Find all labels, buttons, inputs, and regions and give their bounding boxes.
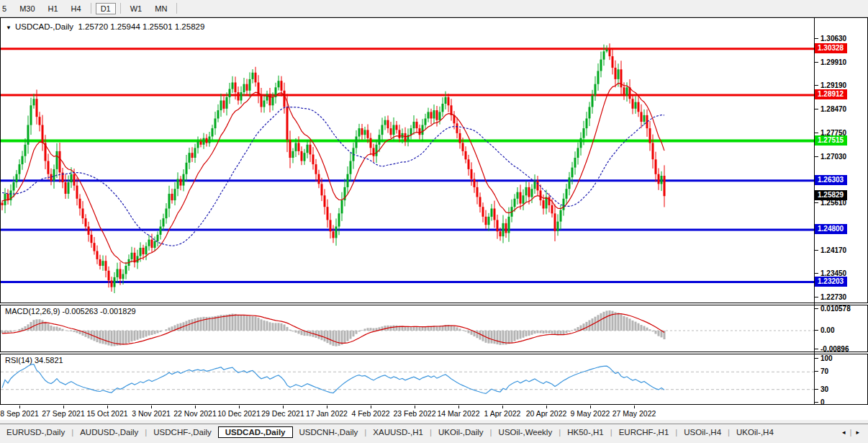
date-tick-mark <box>327 406 327 408</box>
price-tick-label: 1.27030 <box>820 152 846 160</box>
price-axis-line <box>814 17 815 405</box>
price-tick-label: 1.24170 <box>820 246 846 254</box>
date-tick-label: 3 Nov 2021 <box>132 409 171 418</box>
timeframe-toolbar: 5M30H1H4D1W1MN <box>0 0 868 17</box>
axis-tick-mark <box>815 273 818 274</box>
date-tick-mark <box>590 406 591 408</box>
timeframe-button-w1[interactable]: W1 <box>125 3 148 14</box>
date-tick-mark <box>546 406 547 408</box>
date-tick-mark <box>19 406 20 408</box>
timeframe-button-h4[interactable]: H4 <box>66 3 86 14</box>
toolbar-separator <box>120 3 121 14</box>
toolbar-separator <box>91 3 91 14</box>
timeframe-button-m30[interactable]: M30 <box>14 3 40 14</box>
date-tick-label: 8 Sep 2021 <box>0 409 39 418</box>
axis-tick-mark <box>815 133 818 133</box>
axis-tick-mark <box>815 371 818 372</box>
date-tick-label: 20 Apr 2022 <box>526 409 567 418</box>
timeframe-button-d1[interactable]: D1 <box>96 3 116 14</box>
date-tick-mark <box>107 406 108 408</box>
main-chart-panel[interactable] <box>0 17 868 303</box>
price-tick-label: 1.30630 <box>820 35 846 42</box>
date-tick-mark <box>371 406 371 408</box>
date-tick-label: 23 Feb 2022 <box>394 409 436 418</box>
rsi-scale-label: 0 <box>820 398 825 406</box>
macd-scale-label: -0.00896 <box>820 345 849 353</box>
chart-tab-xauusd-h1[interactable]: XAUUSD-,H1 <box>366 426 430 438</box>
axis-tick-mark <box>815 156 818 157</box>
timeframe-button-h1[interactable]: H1 <box>43 3 63 14</box>
axis-tick-mark <box>815 38 818 39</box>
date-tick-label: 27 Sep 2021 <box>42 409 85 418</box>
macd-scale-label: 0.00 <box>820 326 834 334</box>
axis-tick-mark <box>815 250 818 251</box>
axis-tick-mark <box>815 109 818 109</box>
date-tick-mark <box>239 406 240 408</box>
chart-symbol-label: USDCAD-,Daily <box>15 22 73 31</box>
level-price-badge: 1.26303 <box>815 175 847 185</box>
date-tick-label: 9 May 2022 <box>571 409 610 418</box>
current-price-badge: 1.25829 <box>815 190 847 200</box>
date-tick-mark <box>195 406 196 408</box>
date-tick-mark <box>283 406 284 408</box>
axis-tick-mark <box>815 349 818 349</box>
chart-tab-hk50-h1[interactable]: HK50-,H1 <box>561 426 610 438</box>
price-tick-label: 1.28470 <box>820 105 846 113</box>
axis-tick-mark <box>815 402 818 403</box>
date-tick-mark <box>415 406 415 408</box>
rsi-scale-label: 70 <box>820 367 828 375</box>
price-tick-label: 1.22730 <box>820 293 846 301</box>
tab-scroll-left-icon[interactable]: ◂ <box>838 427 850 437</box>
date-tick-mark <box>151 406 152 408</box>
date-tick-label: 22 Nov 2021 <box>173 409 217 418</box>
chart-tab-usdchf-daily[interactable]: USDCHF-,Daily <box>147 426 218 438</box>
date-tick-label: 14 Mar 2022 <box>438 409 480 418</box>
tab-scroll-right-icon[interactable]: ▸ <box>851 427 864 437</box>
rsi-scale-label: 100 <box>820 354 833 362</box>
chart-tab-ukoil-daily[interactable]: UKOil-,Daily <box>432 426 490 438</box>
rsi-chart <box>1 354 815 404</box>
chart-tab-audusd-daily[interactable]: AUDUSD-,Daily <box>73 426 145 438</box>
date-tick-label: 17 Jan 2022 <box>306 409 348 418</box>
level-price-badge: 1.28912 <box>815 89 847 99</box>
date-tick-label: 10 Dec 2021 <box>217 409 261 418</box>
tab-scroll-controls: ◂|▸ <box>838 426 864 438</box>
chart-tab-usoil-weekly[interactable]: USOil-,Weekly <box>492 426 559 438</box>
level-price-badge: 1.27515 <box>815 135 847 146</box>
chart-tab-usdcnh-daily[interactable]: USDCNH-,Daily <box>293 426 365 438</box>
date-tick-label: 1 Apr 2022 <box>484 409 521 418</box>
chart-tab-usdcad-daily[interactable]: USDCAD-,Daily <box>218 426 293 438</box>
chart-dropdown-icon[interactable]: ▼ <box>6 24 12 31</box>
axis-tick-mark <box>815 202 818 203</box>
axis-tick-mark <box>815 85 818 86</box>
axis-tick-mark <box>815 297 818 297</box>
candlestick-chart[interactable] <box>1 18 815 303</box>
timeframe-button-5[interactable]: 5 <box>0 3 12 14</box>
level-price-badge: 1.23203 <box>815 277 847 287</box>
chart-title: ▼USDCAD-,Daily 1.25720 1.25944 1.25501 1… <box>6 22 204 31</box>
chart-tab-ukoil-h4[interactable]: UKOil-,H4 <box>730 426 780 438</box>
toolbar-separator <box>176 3 177 14</box>
rsi-panel[interactable] <box>0 354 868 405</box>
axis-tick-mark <box>815 358 818 359</box>
date-tick-mark <box>63 406 64 408</box>
axis-tick-mark <box>815 330 818 331</box>
level-price-badge: 1.30328 <box>815 43 847 53</box>
chart-ohlc-values: 1.25720 1.25944 1.25501 1.25829 <box>78 22 204 31</box>
axis-tick-mark <box>815 62 818 63</box>
date-tick-label: 15 Oct 2021 <box>86 409 127 418</box>
macd-scale-label: 0.010578 <box>820 305 851 313</box>
chart-tab-usoil-h4[interactable]: USOil-,H4 <box>677 426 728 438</box>
chart-tab-eurchf-h1[interactable]: EURCHF-,H1 <box>612 426 676 438</box>
macd-label: MACD(12,26,9) -0.005263 -0.001829 <box>5 307 136 316</box>
date-tick-mark <box>634 406 635 408</box>
price-tick-label: 1.29910 <box>820 58 846 66</box>
axis-tick-mark <box>815 308 818 309</box>
date-tick-mark <box>458 406 459 408</box>
date-tick-label: 27 May 2022 <box>612 409 656 418</box>
chart-tab-bar: EURUSD-,Daily|AUDUSD-,Daily|USDCHF-,Dail… <box>0 424 868 443</box>
timeframe-button-mn[interactable]: MN <box>150 3 172 14</box>
chart-tab-eurusd-daily[interactable]: EURUSD-,Daily <box>0 426 71 438</box>
axis-tick-mark <box>815 389 818 390</box>
date-tick-label: 4 Feb 2022 <box>351 409 389 418</box>
